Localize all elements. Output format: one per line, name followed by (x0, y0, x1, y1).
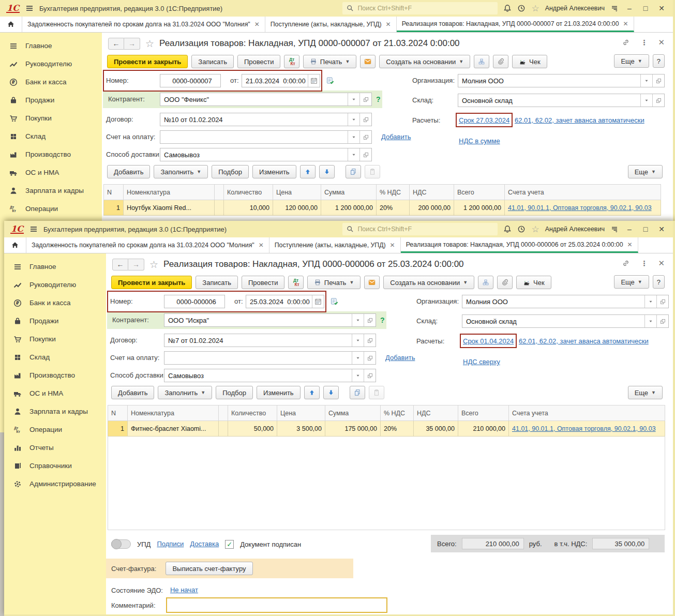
dropdown-icon[interactable] (348, 93, 359, 106)
delivery-link[interactable]: Доставка (190, 538, 219, 550)
dropdown-icon[interactable] (348, 113, 359, 126)
sidebar-item-sales[interactable]: Продажи (4, 312, 106, 330)
table-pick-button[interactable]: Подбор (216, 386, 253, 399)
tab-sales-doc-active[interactable]: Реализация товаров: Накладная, УПД 0000-… (397, 17, 634, 32)
sidebar-item-manager[interactable]: Руководителю (0, 55, 102, 73)
receipt-button[interactable]: Чек (512, 55, 547, 68)
counterparty-check-help[interactable]: ? (376, 93, 381, 106)
sidebar-item-reports[interactable]: Отчеты (4, 439, 106, 457)
row-up-button[interactable] (304, 386, 320, 399)
favorites-icon[interactable]: ☆ (531, 3, 539, 14)
paste-rows-button[interactable] (369, 386, 384, 399)
number-field[interactable]: 0000-000007 (160, 74, 221, 87)
current-user[interactable]: Андрей Алексеевич (545, 5, 605, 12)
notifications-icon[interactable] (503, 225, 512, 233)
help-button[interactable]: ? (653, 275, 665, 289)
tab-receipts[interactable]: Поступление (акты, накладные, УПД)✕ (269, 237, 401, 253)
signatures-link[interactable]: Подписи (157, 538, 184, 550)
dropdown-icon[interactable] (352, 334, 364, 347)
global-search-input[interactable]: Поиск Ctrl+Shift+F (342, 223, 498, 235)
copy-rows-button[interactable] (350, 386, 365, 399)
date-field[interactable]: 25.03.2024 0:00:00 (246, 295, 324, 308)
open-icon[interactable] (359, 148, 371, 161)
vat-mode-link[interactable]: НДС в сумме (459, 135, 500, 147)
number-field[interactable]: 0000-000006 (164, 295, 225, 308)
save-button[interactable]: Записать (191, 55, 234, 68)
sidebar-item-administration[interactable]: Администрирование (4, 475, 106, 493)
dropdown-icon[interactable] (644, 315, 656, 327)
table-row[interactable]: 1 Фитнес-браслет Xiaomi... 50,000 3 500,… (108, 421, 665, 437)
current-user[interactable]: Андрей Алексеевич (545, 226, 605, 233)
maximize-button[interactable]: □ (640, 3, 651, 13)
sidebar-item-production[interactable]: Производство (4, 366, 106, 384)
counterparty-check-help[interactable]: ? (380, 313, 385, 327)
open-icon[interactable] (364, 334, 376, 347)
sidebar-item-payroll-hr[interactable]: Зарплата и кадры (0, 182, 102, 200)
show-postings-button[interactable]: ДтКт (284, 55, 299, 68)
row-down-button[interactable] (323, 386, 339, 399)
calendar-icon[interactable] (312, 295, 324, 308)
tab-close-icon[interactable]: ✕ (254, 21, 260, 28)
table-edit-button[interactable]: Изменить (252, 165, 296, 178)
tab-receipts[interactable]: Поступление (акты, накладные, УПД)✕ (265, 17, 397, 32)
sidebar-item-operations[interactable]: Операции (4, 420, 106, 439)
more-menu-icon[interactable]: ⋮ (640, 259, 648, 267)
forward-button[interactable]: → (124, 38, 140, 50)
open-icon[interactable] (656, 315, 668, 327)
dropdown-icon[interactable] (352, 352, 364, 364)
sidebar-item-warehouse[interactable]: Склад (0, 127, 102, 145)
counterparty-field[interactable]: ООО "Искра" (164, 313, 376, 327)
table-add-button[interactable]: Добавить (111, 386, 154, 399)
attachments-button[interactable] (493, 55, 508, 68)
tab-sales-doc-active[interactable]: Реализация товаров: Накладная, УПД 0000-… (401, 237, 638, 253)
tab-close-icon[interactable]: ✕ (386, 21, 391, 28)
sidebar-item-bank-cash[interactable]: Банк и касса (4, 294, 106, 312)
warehouse-field[interactable]: Основной склад (458, 94, 665, 107)
service-menu-icon[interactable] (610, 4, 619, 12)
dropdown-icon[interactable] (348, 148, 359, 161)
dropdown-icon[interactable] (640, 74, 652, 87)
settlements-accounts-link[interactable]: 62.01, 62.02, зачет аванса автоматически (519, 335, 649, 348)
sidebar-item-sales[interactable]: Продажи (0, 91, 102, 109)
send-email-button[interactable] (360, 55, 376, 68)
tab-close-icon[interactable]: ✕ (627, 241, 633, 248)
dropdown-icon[interactable] (644, 295, 656, 308)
dropdown-icon[interactable] (348, 131, 359, 143)
table-row[interactable]: 1 Ноутбук Xiaomi Red... 10,000 120 000,0… (104, 200, 661, 216)
contract-field[interactable]: №10 от 01.02.2024 (160, 113, 372, 126)
sidebar-item-fixed-assets[interactable]: ОС и НМА (4, 384, 106, 402)
main-menu-icon[interactable] (29, 225, 38, 233)
item-name-cell[interactable]: Ноутбук Xiaomi Red... (124, 200, 215, 216)
more-button[interactable]: Еще▼ (614, 275, 649, 289)
tab-close-icon[interactable]: ✕ (259, 242, 264, 249)
edo-status-link[interactable]: Не начат (170, 584, 198, 596)
minimize-button[interactable]: – (624, 224, 635, 234)
attachments-button[interactable] (497, 276, 513, 289)
document-signed-checkbox[interactable]: ✓ (225, 540, 234, 549)
history-icon[interactable] (517, 4, 526, 12)
payment-term-link[interactable]: Срок 27.03.2024 (459, 114, 509, 127)
sidebar-item-purchases[interactable]: Покупки (4, 330, 106, 348)
tab-debt-report[interactable]: Задолженность покупателей по срокам долг… (22, 17, 265, 32)
sidebar-item-directories[interactable]: Справочники (4, 457, 106, 475)
sidebar-item-warehouse[interactable]: Склад (4, 348, 106, 366)
post-and-close-button[interactable]: Провести и закрыть (111, 276, 192, 289)
copy-rows-button[interactable] (346, 165, 361, 178)
minimize-button[interactable]: – (624, 3, 635, 13)
open-icon[interactable] (652, 74, 664, 87)
open-icon[interactable] (364, 314, 376, 326)
sidebar-item-operations[interactable]: Операции (0, 200, 102, 218)
delivery-method-field[interactable]: Самовывоз (164, 369, 376, 382)
sidebar-item-production[interactable]: Производство (0, 145, 102, 163)
print-button[interactable]: Печать▼ (303, 55, 357, 68)
dropdown-icon[interactable] (352, 314, 364, 326)
related-documents-button[interactable] (478, 276, 493, 289)
table-add-button[interactable]: Добавить (107, 165, 150, 178)
comment-input[interactable] (166, 597, 387, 613)
sidebar-item-bank-cash[interactable]: Банк и касса (0, 73, 102, 91)
back-button[interactable]: ← (108, 38, 124, 50)
sidebar-item-main[interactable]: Главное (0, 37, 102, 55)
save-button[interactable]: Записать (196, 276, 238, 289)
get-link-icon[interactable] (622, 38, 630, 47)
sidebar-item-fixed-assets[interactable]: ОС и НМА (0, 163, 102, 182)
